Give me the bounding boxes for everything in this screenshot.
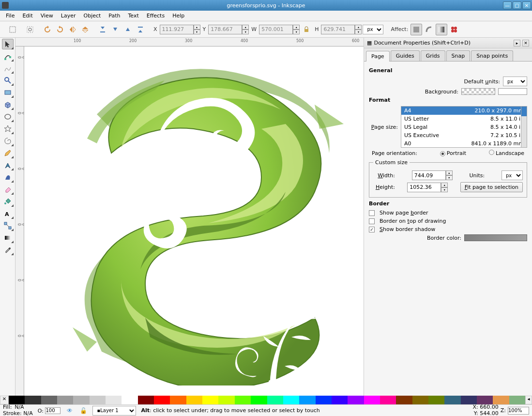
tool-text[interactable]: A bbox=[2, 208, 14, 219]
tool-star[interactable] bbox=[2, 123, 14, 134]
palette-swatch[interactable] bbox=[90, 396, 106, 404]
rotate-ccw-icon[interactable] bbox=[42, 24, 53, 35]
tool-tweak[interactable] bbox=[2, 63, 14, 74]
palette-scroll-left[interactable]: ◂ bbox=[525, 396, 532, 404]
palette-swatch[interactable] bbox=[25, 396, 41, 404]
border-color-swatch[interactable] bbox=[464, 234, 527, 241]
lock-layer-icon[interactable]: 🔓 bbox=[79, 406, 88, 415]
select-all-layers-icon[interactable] bbox=[7, 24, 18, 35]
tool-3dbox[interactable] bbox=[2, 99, 14, 110]
opacity-input[interactable] bbox=[45, 407, 61, 414]
fit-page-button[interactable]: Fit page to selection bbox=[460, 182, 523, 192]
palette-swatch[interactable] bbox=[57, 396, 73, 404]
menu-object[interactable]: Object bbox=[80, 11, 105, 20]
ruler-horizontal[interactable]: 100 200 300 400 500 600 bbox=[15, 38, 364, 46]
palette-swatch[interactable] bbox=[461, 396, 477, 404]
checkbox-show-border[interactable] bbox=[369, 210, 375, 216]
palette-swatch[interactable] bbox=[396, 396, 412, 404]
menu-effects[interactable]: Effects bbox=[143, 11, 168, 20]
layer-select[interactable]: ▪Layer 1 bbox=[92, 406, 136, 416]
palette-swatch[interactable] bbox=[9, 396, 25, 404]
tool-ellipse[interactable] bbox=[2, 111, 14, 122]
palette-swatch[interactable] bbox=[122, 396, 137, 404]
palette-swatch[interactable] bbox=[267, 396, 283, 404]
menu-file[interactable]: File bbox=[2, 11, 18, 20]
palette-swatch[interactable] bbox=[106, 396, 122, 404]
tool-selector[interactable] bbox=[2, 39, 14, 49]
menu-path[interactable]: Path bbox=[105, 11, 124, 20]
tool-pencil[interactable] bbox=[2, 148, 14, 158]
custom-units-select[interactable]: px bbox=[502, 170, 523, 180]
menu-text[interactable]: Text bbox=[124, 11, 143, 20]
page-size-list[interactable]: A4210.0 x 297.0 mm US Letter8.5 x 11.0 i… bbox=[401, 106, 527, 148]
menu-help[interactable]: Help bbox=[168, 11, 188, 20]
flip-v-icon[interactable] bbox=[79, 24, 91, 35]
x-input[interactable] bbox=[160, 25, 194, 34]
palette-none[interactable]: ✕ bbox=[0, 396, 9, 404]
palette-swatch[interactable] bbox=[235, 396, 251, 404]
dock-detach-icon[interactable]: ▸ bbox=[514, 40, 520, 46]
ruler-vertical[interactable]: 800 700 600 500 400 300 bbox=[15, 46, 24, 396]
close-button[interactable]: ✕ bbox=[522, 1, 531, 9]
tab-guides[interactable]: Guides bbox=[391, 50, 420, 61]
tool-spiral[interactable] bbox=[2, 136, 14, 146]
h-input[interactable] bbox=[321, 25, 355, 34]
radio-landscape[interactable] bbox=[489, 150, 494, 155]
palette-swatch[interactable] bbox=[316, 396, 332, 404]
tab-snap-points[interactable]: Snap points bbox=[471, 50, 513, 61]
palette-swatch[interactable] bbox=[138, 396, 154, 404]
palette-swatch[interactable] bbox=[364, 396, 380, 404]
palette-swatch[interactable] bbox=[283, 396, 299, 404]
tool-gradient[interactable] bbox=[2, 232, 14, 243]
palette-swatch[interactable] bbox=[41, 396, 57, 404]
palette-swatch[interactable] bbox=[170, 396, 186, 404]
tool-eraser[interactable] bbox=[2, 184, 14, 195]
affect-corners-icon[interactable] bbox=[423, 24, 435, 35]
list-scrollbar[interactable] bbox=[521, 107, 527, 147]
palette-swatch[interactable] bbox=[73, 396, 89, 404]
lower-icon[interactable] bbox=[109, 24, 121, 35]
unit-select[interactable]: px bbox=[363, 25, 383, 34]
palette-swatch[interactable] bbox=[380, 396, 396, 404]
lower-bottom-icon[interactable] bbox=[97, 24, 108, 35]
canvas[interactable] bbox=[24, 46, 364, 396]
tool-connector[interactable] bbox=[2, 220, 14, 231]
tool-zoom[interactable] bbox=[2, 75, 14, 86]
palette-swatch[interactable] bbox=[154, 396, 170, 404]
palette-swatch[interactable] bbox=[428, 396, 444, 404]
tool-dropper[interactable] bbox=[2, 245, 14, 255]
deselect-icon[interactable] bbox=[24, 24, 36, 35]
rotate-cw-icon[interactable] bbox=[54, 24, 66, 35]
lock-aspect-icon[interactable] bbox=[301, 24, 312, 35]
tool-calligraphy[interactable] bbox=[2, 172, 14, 183]
background-color-swatch-2[interactable] bbox=[498, 88, 527, 95]
tool-pen[interactable] bbox=[2, 160, 14, 170]
affect-pattern-icon[interactable] bbox=[448, 24, 460, 35]
palette-swatch[interactable] bbox=[218, 396, 234, 404]
palette-swatch[interactable] bbox=[477, 396, 493, 404]
width-input[interactable] bbox=[412, 170, 446, 180]
artwork-letter-s[interactable] bbox=[44, 56, 344, 385]
menu-layer[interactable]: Layer bbox=[57, 11, 80, 20]
dock-close-icon[interactable]: ✕ bbox=[522, 40, 529, 46]
checkbox-show-shadow[interactable]: ✓ bbox=[369, 227, 375, 232]
palette-swatch[interactable] bbox=[412, 396, 428, 404]
menu-view[interactable]: View bbox=[37, 11, 57, 20]
height-input[interactable] bbox=[407, 183, 441, 192]
radio-portrait[interactable] bbox=[440, 151, 445, 156]
affect-stroke-icon[interactable] bbox=[410, 24, 422, 35]
maximize-button[interactable]: ▢ bbox=[513, 1, 521, 9]
palette-swatch[interactable] bbox=[509, 396, 525, 404]
tab-grids[interactable]: Grids bbox=[421, 50, 445, 61]
w-input[interactable] bbox=[259, 25, 293, 34]
visibility-icon[interactable]: 👁 bbox=[65, 406, 74, 415]
tab-page[interactable]: Page bbox=[366, 51, 390, 62]
palette-swatch[interactable] bbox=[202, 396, 218, 404]
palette-swatch[interactable] bbox=[251, 396, 267, 404]
palette-swatch[interactable] bbox=[332, 396, 348, 404]
palette-swatch[interactable] bbox=[186, 396, 202, 404]
palette-swatch[interactable] bbox=[444, 396, 460, 404]
y-input[interactable] bbox=[208, 25, 242, 34]
raise-top-icon[interactable] bbox=[135, 24, 146, 35]
menu-edit[interactable]: Edit bbox=[18, 11, 36, 20]
